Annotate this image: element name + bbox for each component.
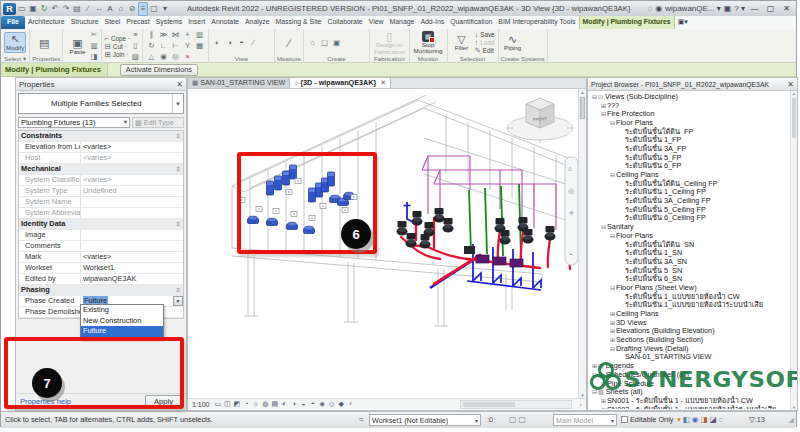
tree-item[interactable]: ⊞▤Legends (589, 361, 790, 370)
redo-icon[interactable]: ↷ (61, 3, 71, 15)
match-type-icon[interactable]: ◨ (90, 52, 97, 62)
property-value[interactable] (81, 197, 183, 207)
chevron-down-icon[interactable]: ▾ (124, 118, 127, 126)
sun-path-icon[interactable]: ☼ (252, 400, 261, 408)
expand-icon[interactable]: ⊞ (609, 327, 616, 334)
tree-item[interactable]: ระดับพื้นชั้น 5_SN (589, 266, 790, 275)
expand-icon[interactable]: ⊞ (609, 319, 616, 326)
tree-item[interactable]: ⊟⊡Views (Sub-Discipline) (589, 92, 790, 101)
worksharing-icons[interactable]: ▢▢ (509, 415, 528, 424)
reveal-hidden-icon[interactable]: ◑ (290, 400, 299, 408)
property-value[interactable] (81, 208, 183, 218)
tree-item[interactable]: ระดับพื้นชั้นใต้ดิน_Ceiling FP (589, 179, 790, 188)
phase-dropdown-list[interactable]: ExistingNew ConstructionFulture (80, 304, 164, 338)
select-link-icon[interactable]: ◧ (683, 415, 690, 424)
tree-item[interactable]: ⊟Drafting Views (Detail) (589, 344, 790, 353)
detail-level-icon[interactable]: ▤ (271, 400, 280, 408)
expand-icon[interactable]: ⊞ (600, 406, 607, 409)
minimize-button[interactable]: — (748, 4, 761, 13)
tree-item[interactable]: ⊞3D Views (589, 318, 790, 327)
save-selection-button[interactable]: ↓Save (475, 31, 495, 38)
tree-item[interactable]: ⊟▦Schedules/Quantities (all) (589, 370, 790, 379)
expand-icon[interactable]: ⊞ (609, 310, 616, 317)
copy-clipboard-icon[interactable]: ▥ (90, 41, 97, 51)
tree-item[interactable]: ⊞??? (589, 101, 790, 110)
modify-cursor-button[interactable]: ↖Modify (4, 32, 26, 53)
phase-option-new-construction[interactable]: New Construction (81, 316, 163, 327)
view-tab--3d-wipawanqe3ak-[interactable]: ⌂{3D - wipawanQE3AK}✕ (290, 78, 391, 88)
array-icon[interactable]: ▦ (194, 41, 205, 51)
tree-item[interactable]: ระดับพื้นชั้น 6_SN (589, 274, 790, 283)
tree-item[interactable]: ระดับพื้นชั้น 6_FP (589, 162, 790, 171)
copy-icon[interactable]: ▥ (194, 30, 205, 40)
ribbon-tab-structure[interactable]: Structure (68, 16, 102, 29)
sync-with-central-icon[interactable]: ↻ (39, 3, 49, 15)
cut-clipboard-icon[interactable]: ✂ (90, 30, 97, 40)
tree-item[interactable]: ⊟Floor Plans (Sheet View) (589, 283, 790, 292)
measure-button[interactable]: ∕ (278, 37, 300, 49)
design-option-dropdown[interactable]: Main Model▾ (553, 414, 617, 426)
expand-icon[interactable]: ⊞ (609, 336, 616, 343)
tree-item[interactable]: ระดับพื้นชั้น 5_Ceiling FP (589, 205, 790, 214)
property-value[interactable]: <varies> (81, 142, 183, 152)
collapse-icon[interactable]: ⊟ (609, 232, 616, 239)
collapse-icon[interactable]: ⊟ (609, 119, 616, 126)
tree-item[interactable]: ระดับพื้นชั้นใต้ดิน_FP (589, 127, 790, 136)
rotate-icon[interactable]: ↻ (146, 41, 157, 51)
tree-item[interactable]: ⊞Elevations (Building Elevation) (589, 327, 790, 336)
close-icon[interactable]: ✕ (787, 80, 794, 89)
user-icon[interactable]: ◉ (655, 4, 662, 13)
property-value[interactable] (81, 230, 183, 240)
revit-logo-icon[interactable]: R (3, 3, 16, 15)
group-pin-icon[interactable]: ≡ (176, 164, 183, 174)
phase-option-existing[interactable]: Existing (81, 305, 163, 316)
tree-item[interactable]: ระดับพื้นชั้น 1_แบบขยายห้องน้ำระบบน้ำเสี… (589, 301, 790, 310)
close-button[interactable]: ✕ (780, 4, 793, 13)
reveal-hidden-icon[interactable]: ◓ (236, 38, 247, 48)
stop-monitoring-button[interactable]: ▦Stop Monitoring (413, 31, 444, 55)
ribbon-tab-bim-interoperability-tools[interactable]: BIM Interoperability Tools (495, 16, 578, 29)
expand-icon[interactable]: ⊞ (591, 362, 598, 369)
close-icon[interactable]: ✕ (176, 80, 183, 89)
expand-icon[interactable]: ⊞ (600, 380, 607, 387)
tree-item[interactable]: ระดับพื้นชั้น 3A_SN (589, 257, 790, 266)
ribbon-tab-systems[interactable]: Systems (153, 16, 185, 29)
tree-item[interactable]: ⊞Pipe Schedule (589, 379, 790, 388)
delete-icon[interactable]: × (182, 52, 193, 62)
app-store-icon[interactable]: ▣ (724, 4, 732, 13)
ribbon-tab-modify-plumbing-fixtures[interactable]: Modify | Plumbing Fixtures (579, 16, 675, 29)
aligned-dimension-icon[interactable]: ↔ (94, 3, 104, 15)
group-pin-icon[interactable]: ≡ (176, 285, 183, 295)
section-icon[interactable]: ⊘ (127, 3, 137, 15)
open-icon[interactable]: ▭ (17, 3, 27, 15)
tree-item[interactable]: ระดับพื้นชั้น 1_FP (589, 135, 790, 144)
tree-item[interactable]: ระดับพื้นชั้น 1_Ceiling FP (589, 188, 790, 197)
move-icon[interactable]: + (182, 30, 193, 40)
ribbon-tab-precast[interactable]: Precast (123, 16, 152, 29)
join-button[interactable]: ⊞Join · (105, 51, 130, 58)
collapse-icon[interactable]: ⊟ (600, 110, 607, 117)
show-crop-icon[interactable]: ◫ (223, 400, 232, 408)
ribbon-tab-annotate[interactable]: Annotate (208, 16, 242, 29)
scale-control[interactable]: 1:100 (188, 401, 214, 408)
expand-icon[interactable]: ⊞ (600, 397, 607, 404)
crop-view-icon[interactable]: ▭ (214, 400, 223, 408)
select-pinned-icon[interactable]: ◉ (692, 415, 699, 424)
properties-panel-header[interactable]: Properties ✕ (16, 78, 186, 91)
text-icon[interactable]: A (105, 3, 115, 15)
phase-option-fulture[interactable]: Fulture (81, 326, 163, 337)
edit-selection-button[interactable]: ✎Edit (475, 47, 495, 54)
beam-tools-icon[interactable]: ≡ (132, 30, 139, 40)
offset-icon[interactable]: ≫ (158, 30, 169, 40)
split-icon[interactable]: Y (182, 41, 193, 51)
chevron-down-icon[interactable]: ▾ (172, 94, 183, 113)
browser-scrollbar[interactable]: ▴▾ (790, 91, 797, 410)
viewcube[interactable]: FRONT (507, 98, 573, 143)
tree-item[interactable]: SAN-01_STARTING VIEW (589, 353, 790, 362)
cope-button[interactable]: ⌐Cope · (105, 35, 130, 42)
property-value[interactable]: <varies> (81, 153, 183, 163)
project-browser-header[interactable]: Project Browser - PI01_SNFP_01_R2022_wip… (588, 78, 797, 91)
collapse-icon[interactable]: ⊟ (600, 223, 607, 230)
tree-item[interactable]: ⊟Floor Plans (589, 231, 790, 240)
editable-only-control[interactable]: Editable Only (621, 415, 673, 424)
